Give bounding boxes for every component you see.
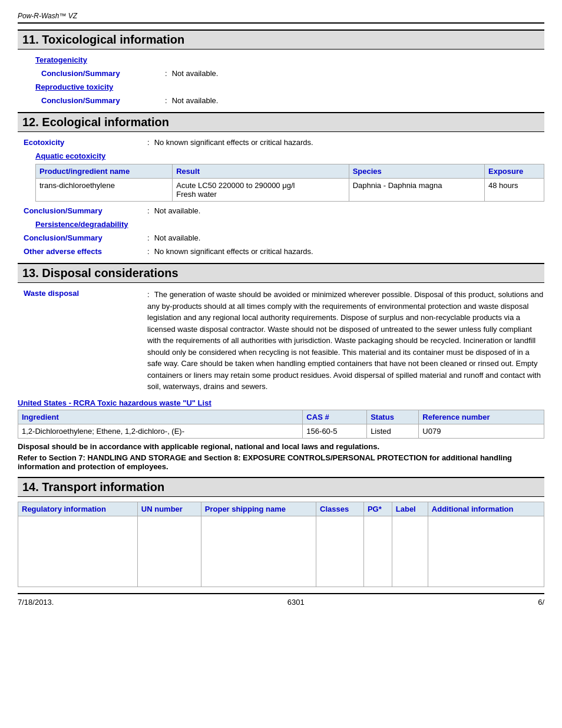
disposal-note1: Disposal should be in accordance with ap… — [18, 442, 544, 451]
eco-conclusion1-row: Conclusion/Summary :Not available. — [18, 205, 544, 216]
transport-table: Regulatory information UN number Proper … — [18, 502, 544, 587]
table-row — [18, 516, 544, 587]
ecotoxicity-exposure-cell: 48 hours — [484, 179, 544, 202]
eco-conclusion1-label: Conclusion/Summary — [18, 206, 147, 215]
product-name: Pow-R-Wash™ VZ — [18, 12, 77, 20]
section-12-title: 12. Ecological information — [18, 112, 544, 132]
teratogenicity-block: Teratogenicity Conclusion/Summary :Not a… — [18, 54, 544, 106]
document-header: Pow-R-Wash™ VZ — [18, 12, 544, 24]
ecotoxicity-col-ingredient: Product/ingredient name — [36, 164, 173, 179]
page-footer: 7/18/2013. 6301 6/ — [18, 593, 544, 607]
ecotoxicity-species-cell: Daphnia - Daphnia magna — [349, 179, 484, 202]
rcra-col-status: Status — [367, 410, 419, 424]
reproductive-conclusion-label: Conclusion/Summary — [35, 96, 165, 105]
transport-pg-cell — [363, 516, 392, 587]
aquatic-ecotoxicity-block: Aquatic ecotoxicity Product/ingredient n… — [18, 150, 544, 202]
eco-conclusion2-value: :Not available. — [147, 233, 544, 242]
ecotoxicity-table-header-row: Product/ingredient name Result Species E… — [36, 164, 544, 179]
reproductive-conclusion-value: :Not available. — [165, 96, 544, 105]
teratogenicity-link[interactable]: Teratogenicity — [35, 55, 87, 64]
section-11: 11. Toxicological information Teratogeni… — [18, 29, 544, 106]
teratogenicity-conclusion-label: Conclusion/Summary — [35, 69, 165, 78]
ecotoxicity-col-exposure: Exposure — [484, 164, 544, 179]
footer-date: 7/18/2013. — [18, 598, 54, 607]
teratogenicity-conclusion-row: Conclusion/Summary :Not available. — [35, 68, 544, 79]
other-adverse-value: :No known significant effects or critica… — [147, 247, 544, 256]
transport-col-label: Label — [392, 502, 428, 516]
transport-table-header-row: Regulatory information UN number Proper … — [18, 502, 544, 516]
reproductive-toxicity-heading-row: Reproductive toxicity — [35, 81, 544, 93]
transport-col-un: UN number — [137, 502, 201, 516]
reproductive-toxicity-link[interactable]: Reproductive toxicity — [35, 83, 113, 91]
ecotoxicity-row: Ecotoxicity :No known significant effect… — [18, 137, 544, 148]
ecotoxicity-label: Ecotoxicity — [18, 138, 147, 147]
section-14-title: 14. Transport information — [18, 477, 544, 497]
rcra-ingredient-cell: 1,2-Dichloroethylene; Ethene, 1,2-dichlo… — [18, 424, 303, 438]
teratogenicity-heading-row: Teratogenicity — [35, 54, 544, 65]
section-14: 14. Transport information Regulatory inf… — [18, 477, 544, 587]
rcra-col-cas: CAS # — [303, 410, 367, 424]
other-adverse-label: Other adverse effects — [18, 247, 147, 256]
transport-col-regulatory: Regulatory information — [18, 502, 138, 516]
eco-conclusion2-row: Conclusion/Summary :Not available. — [18, 232, 544, 243]
ecotoxicity-table: Product/ingredient name Result Species E… — [35, 164, 544, 202]
transport-col-classes: Classes — [316, 502, 364, 516]
rcra-table-header-row: Ingredient CAS # Status Reference number — [18, 410, 544, 424]
waste-disposal-row: Waste disposal :The generation of waste … — [18, 288, 544, 394]
transport-regulatory-cell — [18, 516, 138, 587]
rcra-link[interactable]: United States - RCRA Toxic hazardous was… — [18, 398, 211, 407]
rcra-col-ingredient: Ingredient — [18, 410, 303, 424]
persistence-link[interactable]: Persistence/degradability — [35, 220, 128, 229]
transport-col-shipping: Proper shipping name — [201, 502, 316, 516]
eco-conclusion2-label: Conclusion/Summary — [18, 233, 147, 242]
rcra-col-reference: Reference number — [419, 410, 544, 424]
transport-classes-cell — [316, 516, 364, 587]
rcra-reference-cell: U079 — [419, 424, 544, 438]
persistence-heading-row: Persistence/degradability — [18, 219, 544, 230]
footer-page: 6/ — [538, 598, 544, 607]
transport-col-additional: Additional information — [428, 502, 544, 516]
transport-additional-cell — [428, 516, 544, 587]
aquatic-ecotoxicity-link[interactable]: Aquatic ecotoxicity — [35, 151, 105, 160]
eco-conclusion1-value: :Not available. — [147, 206, 544, 215]
disposal-note2: Refer to Section 7: HANDLING AND STORAGE… — [18, 453, 544, 471]
transport-un-cell — [137, 516, 201, 587]
table-row: trans-dichloroethylene Acute LC50 220000… — [36, 179, 544, 202]
footer-doc-number: 6301 — [287, 598, 305, 607]
table-row: 1,2-Dichloroethylene; Ethene, 1,2-dichlo… — [18, 424, 544, 438]
teratogenicity-conclusion-value: :Not available. — [165, 69, 544, 78]
waste-disposal-value: :The generation of waste should be avoid… — [147, 289, 544, 393]
transport-col-pg: PG* — [363, 502, 392, 516]
ecotoxicity-result-cell: Acute LC50 220000 to 290000 μg/lFresh wa… — [173, 179, 349, 202]
waste-disposal-label: Waste disposal — [18, 289, 147, 393]
rcra-link-container: United States - RCRA Toxic hazardous was… — [18, 398, 544, 407]
rcra-table: Ingredient CAS # Status Reference number… — [18, 410, 544, 439]
ecotoxicity-ingredient-cell: trans-dichloroethylene — [36, 179, 173, 202]
other-adverse-row: Other adverse effects :No known signific… — [18, 246, 544, 257]
section-13: 13. Disposal considerations Waste dispos… — [18, 263, 544, 471]
rcra-status-cell: Listed — [367, 424, 419, 438]
transport-label-cell — [392, 516, 428, 587]
ecotoxicity-col-species: Species — [349, 164, 484, 179]
ecotoxicity-value: :No known significant effects or critica… — [147, 138, 544, 147]
section-12: 12. Ecological information Ecotoxicity :… — [18, 112, 544, 257]
rcra-cas-cell: 156-60-5 — [303, 424, 367, 438]
section-13-title: 13. Disposal considerations — [18, 263, 544, 283]
transport-shipping-cell — [201, 516, 316, 587]
section-11-title: 11. Toxicological information — [18, 29, 544, 50]
reproductive-conclusion-row: Conclusion/Summary :Not available. — [35, 95, 544, 106]
ecotoxicity-col-result: Result — [173, 164, 349, 179]
aquatic-ecotoxicity-heading-row: Aquatic ecotoxicity — [35, 150, 544, 162]
